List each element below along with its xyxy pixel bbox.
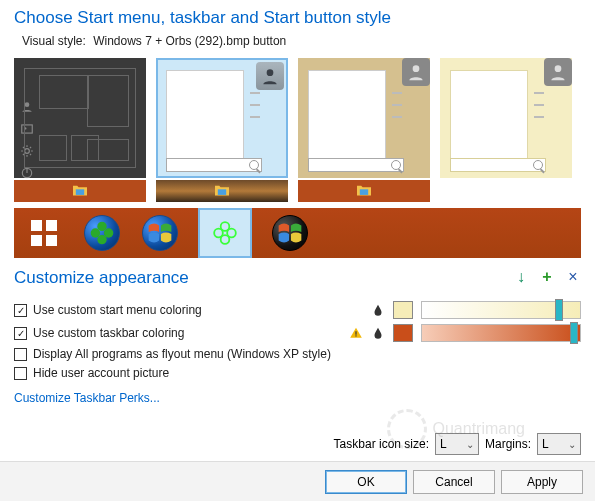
orb-glowing-clover[interactable] — [198, 208, 252, 258]
option-custom-start-coloring[interactable]: Use custom start menu coloring — [14, 301, 581, 319]
taskbar-icon-size-dropdown[interactable]: L⌄ — [435, 433, 479, 455]
sphere-icon — [84, 215, 120, 251]
svg-point-7 — [267, 69, 274, 76]
clover-icon — [212, 220, 238, 246]
search-icon — [391, 160, 401, 170]
droplet-icon[interactable] — [371, 303, 385, 317]
option-hide-user-picture[interactable]: Hide user account picture — [14, 366, 581, 380]
svg-rect-8 — [218, 189, 226, 195]
search-icon — [533, 160, 543, 170]
search-box-preview — [166, 158, 262, 172]
user-avatar-icon — [544, 58, 572, 86]
download-icon[interactable]: ↓ — [513, 269, 529, 285]
visual-style-label: Visual style: — [22, 34, 86, 48]
theme-win7-cream[interactable] — [440, 58, 572, 202]
start-button-bar — [14, 208, 581, 258]
ok-button[interactable]: OK — [325, 470, 407, 494]
chevron-down-icon: ⌄ — [568, 439, 576, 450]
option-custom-taskbar-coloring[interactable]: Use custom taskbar coloring — [14, 324, 581, 342]
search-icon — [249, 160, 259, 170]
page-heading: Choose Start menu, taskbar and Start but… — [14, 8, 581, 28]
orb-win8-tiles[interactable] — [24, 213, 64, 253]
win7-orb-icon — [142, 215, 178, 251]
warning-icon — [349, 326, 363, 340]
theme-modern-dark[interactable] — [14, 58, 146, 202]
visual-style-value: Windows 7 + Orbs (292).bmp button — [93, 34, 286, 48]
margins-dropdown[interactable]: L⌄ — [537, 433, 581, 455]
taskbar-preview — [156, 180, 288, 202]
margins-label: Margins: — [485, 437, 531, 451]
droplet-icon[interactable] — [371, 326, 385, 340]
option-label: Display All programs as flyout menu (Win… — [33, 347, 331, 361]
start-color-swatch[interactable] — [393, 301, 413, 319]
theme-win7-gradient[interactable] — [156, 58, 288, 202]
svg-rect-20 — [355, 331, 356, 335]
dark-orb-icon — [272, 215, 308, 251]
folder-icon — [71, 183, 89, 197]
apply-button[interactable]: Apply — [501, 470, 583, 494]
taskbar-preview — [298, 180, 430, 202]
power-icon — [20, 166, 34, 180]
theme-gallery — [14, 58, 581, 202]
folder-icon — [213, 183, 231, 197]
option-label: Use custom taskbar coloring — [33, 326, 184, 340]
svg-point-9 — [413, 65, 420, 72]
customize-taskbar-perks-link[interactable]: Customize Taskbar Perks... — [14, 391, 160, 405]
add-icon[interactable]: + — [539, 269, 555, 285]
orb-win7[interactable] — [140, 213, 180, 253]
svg-rect-21 — [355, 335, 356, 336]
option-flyout-menu[interactable]: Display All programs as flyout menu (Win… — [14, 347, 581, 361]
svg-point-19 — [221, 235, 230, 244]
taskbar-icon-size-label: Taskbar icon size: — [334, 437, 429, 451]
svg-point-15 — [97, 235, 106, 244]
start-color-slider[interactable] — [421, 301, 581, 319]
taskbar-color-swatch[interactable] — [393, 324, 413, 342]
checkbox[interactable] — [14, 367, 27, 380]
svg-rect-10 — [360, 189, 368, 195]
checkbox[interactable] — [14, 348, 27, 361]
search-box-preview — [450, 158, 546, 172]
taskbar-color-slider[interactable] — [421, 324, 581, 342]
cancel-button[interactable]: Cancel — [413, 470, 495, 494]
svg-rect-6 — [76, 189, 84, 195]
taskbar-preview — [14, 180, 146, 202]
search-box-preview — [308, 158, 404, 172]
svg-point-11 — [555, 65, 562, 72]
user-avatar-icon — [256, 62, 284, 90]
checkbox[interactable] — [14, 304, 27, 317]
visual-style-row: Visual style: Windows 7 + Orbs (292).bmp… — [22, 34, 581, 48]
windows-logo-icon — [31, 220, 57, 246]
size-controls: Taskbar icon size: L⌄ Margins: L⌄ — [334, 433, 581, 455]
appearance-heading: Customize appearance — [14, 268, 189, 288]
folder-icon — [355, 183, 373, 197]
theme-win7-tan[interactable] — [298, 58, 430, 202]
checkbox[interactable] — [14, 327, 27, 340]
dialog-button-bar: OK Cancel Apply — [0, 461, 595, 501]
user-avatar-icon — [402, 58, 430, 86]
option-label: Hide user account picture — [33, 366, 169, 380]
chevron-down-icon: ⌄ — [466, 439, 474, 450]
orb-dark[interactable] — [270, 213, 310, 253]
option-label: Use custom start menu coloring — [33, 303, 202, 317]
tile-grid — [24, 68, 136, 168]
close-icon[interactable]: × — [565, 269, 581, 285]
orb-clover-sphere[interactable] — [82, 213, 122, 253]
